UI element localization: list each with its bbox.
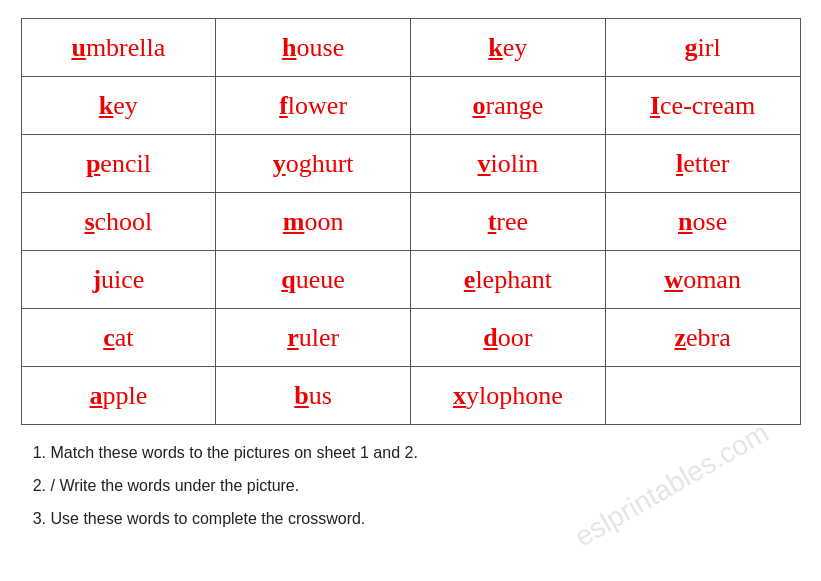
word-text: violin <box>478 149 539 178</box>
word-text: woman <box>664 265 741 294</box>
table-row: catrulerdoorzebra <box>21 309 800 367</box>
word-text: apple <box>89 381 147 410</box>
table-cell: key <box>21 77 216 135</box>
word-text: Ice-cream <box>650 91 755 120</box>
highlight-letter: m <box>283 207 305 236</box>
word-text: zebra <box>674 323 730 352</box>
highlight-letter: z <box>674 323 686 352</box>
table-row: applebusxylophone <box>21 367 800 425</box>
table-cell: woman <box>605 251 800 309</box>
highlight-letter: o <box>473 91 486 120</box>
word-text: pencil <box>86 149 151 178</box>
table-cell: pencil <box>21 135 216 193</box>
table-cell: girl <box>605 19 800 77</box>
highlight-letter: e <box>464 265 476 294</box>
table-row: keyflowerorangeIce-cream <box>21 77 800 135</box>
table-cell: orange <box>411 77 606 135</box>
table-cell: queue <box>216 251 411 309</box>
word-text: queue <box>281 265 345 294</box>
table-cell: flower <box>216 77 411 135</box>
table-cell: yoghurt <box>216 135 411 193</box>
highlight-letter: v <box>478 149 491 178</box>
word-text: orange <box>473 91 544 120</box>
table-cell: zebra <box>605 309 800 367</box>
highlight-letter: l <box>676 149 683 178</box>
instruction-item: Use these words to complete the crosswor… <box>51 505 801 534</box>
word-text: tree <box>488 207 528 236</box>
highlight-letter: c <box>103 323 115 352</box>
table-cell: tree <box>411 193 606 251</box>
table-cell: bus <box>216 367 411 425</box>
table-cell: cat <box>21 309 216 367</box>
highlight-letter: k <box>488 33 502 62</box>
instruction-item: Match these words to the pictures on she… <box>51 439 801 468</box>
table-cell: letter <box>605 135 800 193</box>
table-cell: umbrella <box>21 19 216 77</box>
table-cell: apple <box>21 367 216 425</box>
highlight-letter: d <box>483 323 497 352</box>
table-row: umbrellahousekeygirl <box>21 19 800 77</box>
word-text: house <box>282 33 344 62</box>
table-row: pencilyoghurtviolinletter <box>21 135 800 193</box>
word-text: cat <box>103 323 133 352</box>
highlight-letter: f <box>279 91 288 120</box>
word-text: key <box>488 33 527 62</box>
word-text: moon <box>283 207 344 236</box>
table-cell: xylophone <box>411 367 606 425</box>
highlight-letter: j <box>92 265 101 294</box>
highlight-letter: t <box>488 207 497 236</box>
table-cell: house <box>216 19 411 77</box>
highlight-letter: n <box>678 207 692 236</box>
word-text: ruler <box>287 323 339 352</box>
instructions-list: Match these words to the pictures on she… <box>21 439 801 533</box>
highlight-letter: g <box>685 33 698 62</box>
table-cell: juice <box>21 251 216 309</box>
table-cell: nose <box>605 193 800 251</box>
word-text: flower <box>279 91 347 120</box>
highlight-letter: k <box>99 91 113 120</box>
highlight-letter: b <box>294 381 308 410</box>
table-cell: moon <box>216 193 411 251</box>
word-text: key <box>99 91 138 120</box>
highlight-letter: y <box>273 149 286 178</box>
table-cell: violin <box>411 135 606 193</box>
highlight-letter: p <box>86 149 100 178</box>
table-cell: elephant <box>411 251 606 309</box>
word-text: school <box>84 207 152 236</box>
highlight-letter: u <box>71 33 85 62</box>
highlight-letter: w <box>664 265 683 294</box>
table-cell: key <box>411 19 606 77</box>
word-text: yoghurt <box>273 149 354 178</box>
word-text: juice <box>92 265 144 294</box>
table-cell: ruler <box>216 309 411 367</box>
highlight-letter: x <box>453 381 466 410</box>
word-text: girl <box>685 33 721 62</box>
table-cell: door <box>411 309 606 367</box>
highlight-letter: s <box>84 207 94 236</box>
word-text: letter <box>676 149 729 178</box>
table-cell: school <box>21 193 216 251</box>
word-text: elephant <box>464 265 552 294</box>
table-cell: Ice-cream <box>605 77 800 135</box>
instruction-item: / Write the words under the picture. <box>51 472 801 501</box>
table-cell <box>605 367 800 425</box>
highlight-letter: h <box>282 33 296 62</box>
highlight-letter: a <box>89 381 102 410</box>
word-text: door <box>483 323 532 352</box>
word-text: xylophone <box>453 381 563 410</box>
highlight-letter: q <box>281 265 295 294</box>
word-text: bus <box>294 381 332 410</box>
word-text: nose <box>678 207 727 236</box>
word-text: umbrella <box>71 33 165 62</box>
highlight-letter: I <box>650 91 660 120</box>
highlight-letter: r <box>287 323 299 352</box>
table-row: schoolmoontreenose <box>21 193 800 251</box>
word-grid: umbrellahousekeygirlkeyflowerorangeIce-c… <box>21 18 801 425</box>
table-row: juicequeueelephantwoman <box>21 251 800 309</box>
